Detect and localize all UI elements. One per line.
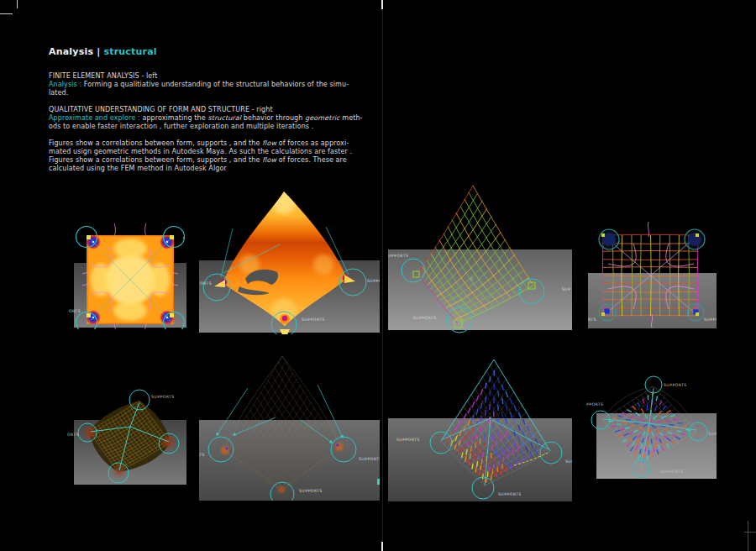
figure-fem-perspective-canvas: ORTS SUPPO SUPPORTS [199, 185, 380, 334]
viewport-panel [199, 420, 380, 501]
page-title: Analysis | structural [49, 46, 372, 57]
divider-tick-bottom [381, 542, 383, 551]
figure-dome-mesh: SUPPORTS ORTS [67, 386, 193, 487]
figure-vault-forces-canvas: SUPPORTS SUP SUPPORTS [388, 341, 572, 506]
figure-mesh-perspective: UPPORTS SUPPORTS SUP [388, 181, 572, 334]
figure-vault-wireframe-canvas: TS SUPPORTS SUPPORTS [199, 351, 380, 501]
figure-fem-plan-view: ORTS [66, 223, 193, 329]
figure-dome-forces: SUPPORTS PPORTS SUP SUPPORTS [586, 371, 718, 484]
supports-label-top: SUPPORTS [151, 395, 175, 399]
cursor-dot [183, 237, 186, 239]
supports-label-left: RTS [588, 317, 596, 322]
cropmark-topleft-h [0, 13, 13, 14]
supports-label-top: SUPPORTS [664, 383, 687, 387]
paragraph-fem-line1: Analysis : Forming a qualitiative unders… [49, 81, 372, 89]
title-main: Analysis | [49, 46, 100, 57]
supports-label-bottom: SUPPORTS [302, 317, 325, 322]
supports-label-bottom: SUPPORTS [660, 470, 684, 474]
cropmark-topleft-v [17, 0, 18, 8]
cropmark-bottomright-v [748, 521, 748, 551]
supports-label-left: PPORTS [586, 402, 603, 407]
supports-label-left: TS [199, 453, 205, 457]
page-divider [382, 0, 383, 551]
supports-label-left: SUPPORTS [396, 438, 420, 442]
paragraph-fem: FINITE ELEMENT ANALYSIS - left Analysis … [49, 72, 372, 97]
supports-label-right: SUPPORTS [359, 457, 380, 461]
figure-dome-forces-canvas: SUPPORTS PPORTS SUP SUPPORTS [586, 371, 718, 484]
paragraph-figures-line2: mated usign geometric methods in Autodes… [49, 148, 372, 156]
edge-marker [377, 479, 380, 485]
title-accent: structural [103, 46, 156, 57]
paragraph-figures-line4: calculated using the FEM method in Autod… [49, 165, 372, 173]
figure-vault-forces: SUPPORTS SUP SUPPORTS [388, 341, 572, 506]
supports-label-right: SUP [565, 459, 572, 464]
supports-label-right: SUP [708, 432, 717, 436]
supports-label-bottom: SUPPORTS [299, 489, 323, 493]
paragraph-figures-line3: Figures show a correlations between form… [49, 156, 372, 165]
figure-fem-plan-canvas: ORTS [66, 223, 193, 329]
paragraph-qualitative-line2: ods to enable faster interaction , furth… [49, 123, 372, 131]
supports-label-left: ORTS [69, 309, 81, 313]
supports-label-left: ORTS [67, 433, 79, 437]
page-spread: { "title": { "main": "Analysis |", "acce… [0, 0, 756, 551]
figure-fem-perspective: ORTS SUPPO SUPPORTS [199, 185, 380, 334]
text-column: Analysis | structural FINITE ELEMENT ANA… [49, 46, 372, 181]
paragraph-fem-heading: FINITE ELEMENT ANALYSIS - left [49, 72, 372, 81]
supports-label-right: SUPPO [704, 317, 717, 322]
figure-mesh-plan-canvas: RTS SUPPO [588, 222, 717, 328]
paragraph-qualitative-line1: Approximate and explore : approximating … [49, 114, 372, 123]
paragraph-qualitative: QUALITATIVE UNDERSTANDING OF FORM AND ST… [49, 106, 372, 131]
paragraph-qualitative-heading: QUALITATIVE UNDERSTANDING OF FORM AND ST… [49, 106, 372, 114]
supports-label-bottom: SUPPORTS [413, 316, 437, 320]
figure-mesh-plan: RTS SUPPO [588, 222, 717, 328]
cropmark-bottomright-h [744, 532, 756, 533]
paragraph-fem-line2: lated. [49, 89, 372, 97]
figure-dome-mesh-canvas: SUPPORTS ORTS [67, 386, 193, 487]
divider-tick-top [381, 0, 383, 9]
paragraph-figures-line1: Figures show a correlations between form… [49, 139, 372, 148]
supports-label-left: ORTS [200, 281, 212, 286]
supports-label-left: UPPORTS [388, 254, 408, 258]
supports-label-bottom: SUPPORTS [498, 492, 522, 496]
supports-label-right: SUPPO [367, 279, 380, 283]
paragraph-figures: Figures show a correlations between form… [49, 139, 372, 173]
supports-label-right: SUP [562, 287, 570, 291]
figure-vault-wireframe: TS SUPPORTS SUPPORTS [199, 351, 380, 501]
viewport-panel [596, 413, 717, 479]
figure-mesh-perspective-canvas: UPPORTS SUPPORTS SUP [388, 181, 572, 334]
